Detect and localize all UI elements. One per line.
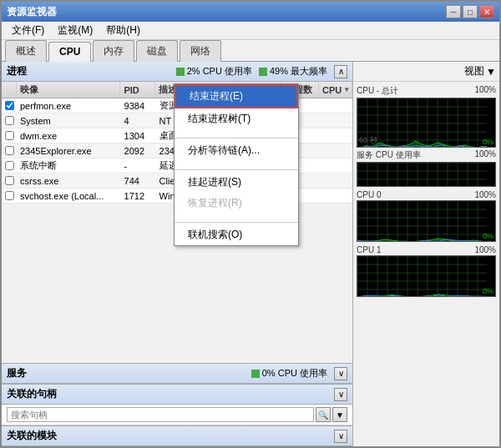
context-menu-item[interactable] bbox=[175, 214, 298, 220]
right-panel: 视图 ▼ CPU - 总计 100% 60 秒 0% 服务 CPU 使用率 10… bbox=[353, 62, 499, 446]
freq-stat-indicator bbox=[259, 68, 267, 76]
row-cpu bbox=[319, 180, 352, 182]
view-select-label: 视图 bbox=[464, 64, 484, 78]
th-cpu[interactable]: CPU ▼ bbox=[319, 82, 352, 98]
tab-disk[interactable]: 磁盘 bbox=[136, 40, 178, 62]
row-name: System bbox=[17, 115, 121, 127]
service-top: 100% bbox=[474, 149, 496, 161]
row-checkbox[interactable] bbox=[2, 100, 17, 111]
context-menu-item[interactable]: 联机搜索(O) bbox=[175, 224, 298, 245]
process-collapse-btn[interactable]: ∧ bbox=[334, 65, 347, 78]
service-cpu-label: 0% CPU 使用率 bbox=[262, 367, 327, 380]
cpu0-chart-box: 0% bbox=[357, 200, 496, 242]
row-checkbox[interactable] bbox=[2, 145, 17, 156]
row-checkbox[interactable] bbox=[2, 190, 17, 201]
context-menu-item[interactable] bbox=[175, 161, 298, 168]
row-cpu bbox=[319, 105, 352, 107]
maximize-button[interactable]: □ bbox=[463, 5, 478, 18]
row-checkbox[interactable] bbox=[2, 175, 17, 186]
th-checkbox bbox=[2, 82, 17, 98]
module-collapse-btn[interactable]: ∨ bbox=[334, 430, 347, 443]
title-bar-buttons: ─ □ ✕ bbox=[446, 5, 494, 18]
menu-help[interactable]: 帮助(H) bbox=[99, 22, 147, 39]
cpu-total-label: CPU - 总计 bbox=[357, 85, 398, 97]
row-checkbox[interactable] bbox=[2, 160, 17, 171]
handle-section: 关联的句柄 ∨ 🔍 ▼ bbox=[2, 384, 352, 425]
cpu-charts: CPU - 总计 100% 60 秒 0% 服务 CPU 使用率 100% CP… bbox=[353, 82, 499, 446]
row-pid: 9384 bbox=[121, 100, 156, 112]
row-cpu bbox=[319, 165, 352, 167]
row-checkbox[interactable] bbox=[2, 130, 17, 141]
service-title: 服务 bbox=[7, 366, 27, 380]
percent-bottom: 0% bbox=[483, 138, 493, 146]
menu-file[interactable]: 文件(F) bbox=[5, 22, 51, 39]
context-menu-item: 恢复进程(R) bbox=[175, 193, 298, 214]
tab-bar: 概述 CPU 内存 磁盘 网络 bbox=[2, 40, 499, 62]
th-name[interactable]: 映像 bbox=[17, 82, 120, 98]
module-section-header: 关联的模块 ∨ bbox=[2, 426, 352, 446]
context-menu-separator bbox=[175, 138, 298, 138]
context-menu-item[interactable]: 结束进程树(T) bbox=[175, 108, 298, 129]
cpu-total-label-row: CPU - 总计 100% bbox=[357, 85, 496, 97]
close-button[interactable]: ✕ bbox=[479, 5, 494, 18]
row-pid: 2092 bbox=[121, 145, 156, 157]
process-section-header: 进程 2% CPU 使用率 49% 最大频率 ∧ bbox=[2, 62, 352, 82]
handle-search-bar: 🔍 ▼ bbox=[2, 405, 352, 425]
cpu1-chart: CPU 1 100% 0% bbox=[357, 245, 496, 297]
handle-search-options[interactable]: ▼ bbox=[332, 407, 347, 422]
service-chart-box bbox=[357, 162, 496, 187]
tab-overview[interactable]: 概述 bbox=[5, 40, 47, 62]
th-pid[interactable]: PID bbox=[120, 82, 155, 98]
title-bar: 资源监视器 ─ □ ✕ bbox=[2, 2, 499, 22]
service-stats: 0% CPU 使用率 ∨ bbox=[251, 367, 347, 380]
context-menu-item[interactable]: 分析等待链(A)... bbox=[175, 140, 298, 161]
context-menu-item[interactable]: 挂起进程(S) bbox=[175, 172, 298, 193]
service-cpu-badge: 0% CPU 使用率 bbox=[251, 367, 327, 380]
cpu0-label-row: CPU 0 100% bbox=[357, 190, 496, 199]
cpu0-label: CPU 0 bbox=[357, 190, 381, 199]
cpu1-percent-top: 100% bbox=[474, 245, 496, 254]
row-cpu bbox=[319, 135, 352, 137]
cpu0-percent-top: 100% bbox=[474, 190, 496, 199]
handle-search-input[interactable] bbox=[7, 407, 314, 422]
freq-stat-label: 49% 最大频率 bbox=[270, 65, 327, 78]
cpu-stat-label: 2% CPU 使用率 bbox=[187, 65, 252, 78]
cpu-total-chart: CPU - 总计 100% 60 秒 0% 服务 CPU 使用率 100% bbox=[357, 85, 496, 187]
cpu0-chart: CPU 0 100% 0% bbox=[357, 190, 496, 242]
service-collapse-btn[interactable]: ∨ bbox=[334, 367, 347, 380]
cpu1-chart-box: 0% bbox=[357, 255, 496, 297]
row-pid: 1304 bbox=[121, 130, 156, 142]
view-dropdown[interactable]: 视图 ▼ bbox=[464, 64, 496, 78]
context-menu-item[interactable]: 结束进程(E) bbox=[175, 84, 298, 108]
menu-monitor[interactable]: 监视(M) bbox=[51, 22, 99, 39]
row-pid: 744 bbox=[121, 175, 156, 187]
cpu-total-percent-top: 100% bbox=[474, 85, 496, 97]
context-menu-item[interactable] bbox=[175, 129, 298, 136]
cpu1-label: CPU 1 bbox=[357, 245, 381, 254]
cpu-stat-badge: 2% CPU 使用率 bbox=[176, 65, 252, 78]
row-name: perfmon.exe bbox=[17, 100, 121, 112]
tab-network[interactable]: 网络 bbox=[180, 40, 221, 62]
service-cpu-indicator bbox=[251, 370, 260, 378]
module-section: 关联的模块 ∨ bbox=[2, 425, 352, 446]
process-stats: 2% CPU 使用率 49% 最大频率 ∧ bbox=[176, 65, 347, 78]
row-cpu bbox=[319, 150, 352, 152]
tab-memory[interactable]: 内存 bbox=[93, 40, 134, 62]
handle-search-button[interactable]: 🔍 bbox=[316, 407, 331, 422]
row-checkbox[interactable] bbox=[2, 115, 17, 126]
cpu0-percent-bottom: 0% bbox=[483, 232, 493, 240]
minimize-button[interactable]: ─ bbox=[446, 5, 461, 18]
cpu-stat-indicator bbox=[176, 68, 185, 76]
row-pid: 1712 bbox=[121, 190, 156, 202]
dropdown-arrow[interactable]: ▼ bbox=[486, 66, 496, 78]
row-pid: - bbox=[121, 160, 156, 172]
time-label: 60 秒 bbox=[359, 135, 377, 146]
row-cpu bbox=[319, 120, 352, 122]
menu-bar: 文件(F) 监视(M) 帮助(H) bbox=[2, 22, 499, 40]
service-section-header: 服务 0% CPU 使用率 ∨ bbox=[2, 364, 352, 384]
tab-cpu[interactable]: CPU bbox=[48, 42, 91, 62]
row-name: 2345Explorer.exe bbox=[17, 145, 121, 157]
right-panel-header: 视图 ▼ bbox=[353, 62, 499, 82]
handle-collapse-btn[interactable]: ∨ bbox=[334, 388, 347, 401]
context-menu-separator bbox=[175, 169, 298, 170]
